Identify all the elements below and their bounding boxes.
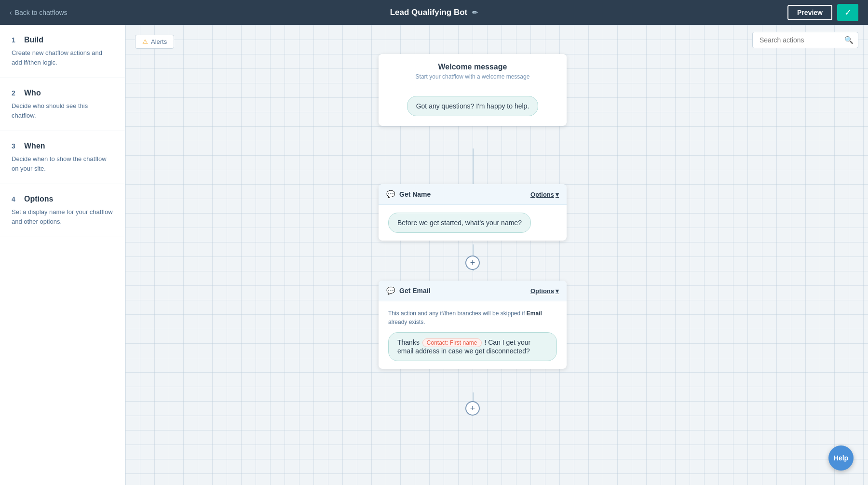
step-desc-who: Decide who should see this chatflow. bbox=[12, 101, 113, 120]
step-number-1: 1 bbox=[12, 36, 19, 44]
step-desc-build: Create new chatflow actions and add if/t… bbox=[12, 48, 113, 67]
connector-1 bbox=[473, 148, 474, 184]
welcome-node-header: Welcome message Start your chatflow with… bbox=[379, 54, 567, 87]
page-title-area: Lead Qualifying Bot ✏ bbox=[390, 8, 478, 17]
dropdown-icon: ▾ bbox=[556, 191, 559, 198]
get-name-message-bubble[interactable]: Before we get started, what's your name? bbox=[388, 213, 531, 233]
get-email-message-bubble[interactable]: Thanks Contact: First name ! Can I get y… bbox=[388, 332, 557, 361]
back-label: Back to chatflows bbox=[15, 9, 68, 16]
sidebar-item-build[interactable]: 1 Build Create new chatflow actions and … bbox=[0, 25, 125, 78]
back-to-chatflows-link[interactable]: ‹ Back to chatflows bbox=[10, 9, 68, 16]
welcome-title: Welcome message bbox=[388, 63, 557, 71]
get-email-header: 💬 Get Email Options ▾ bbox=[379, 281, 567, 301]
get-email-options-button[interactable]: Options ▾ bbox=[530, 287, 559, 295]
get-name-left: 💬 Get Name bbox=[386, 190, 431, 199]
welcome-message-node: Welcome message Start your chatflow with… bbox=[379, 54, 567, 126]
step-number-3: 3 bbox=[12, 142, 19, 150]
sidebar-item-options[interactable]: 4 Options Set a display name for your ch… bbox=[0, 184, 125, 237]
step-desc-options: Set a display name for your chatflow and… bbox=[12, 207, 113, 226]
preview-button[interactable]: Preview bbox=[787, 5, 832, 20]
alerts-label: Alerts bbox=[151, 38, 167, 45]
get-name-icon: 💬 bbox=[386, 190, 395, 199]
welcome-message-bubble[interactable]: Got any questions? I'm happy to help. bbox=[407, 96, 539, 116]
warning-icon: ⚠ bbox=[142, 38, 148, 45]
step-number-2: 2 bbox=[12, 89, 19, 97]
step-number-4: 4 bbox=[12, 195, 19, 203]
get-name-title: Get Name bbox=[399, 190, 431, 198]
welcome-node-body: Got any questions? I'm happy to help. bbox=[379, 87, 567, 126]
get-name-body: Before we get started, what's your name? bbox=[379, 205, 567, 241]
main-layout: 1 Build Create new chatflow actions and … bbox=[0, 25, 868, 485]
sidebar-item-when[interactable]: 3 When Decide when to show the chatflow … bbox=[0, 131, 125, 184]
step-title-build: Build bbox=[24, 36, 43, 44]
step-title-who: Who bbox=[24, 89, 41, 97]
get-email-note: This action and any if/then branches wil… bbox=[388, 309, 557, 326]
get-email-left: 💬 Get Email bbox=[386, 286, 431, 295]
dropdown-icon-2: ▾ bbox=[556, 287, 559, 295]
get-email-title: Get Email bbox=[399, 287, 431, 295]
step-title-options: Options bbox=[24, 195, 53, 203]
search-actions-input[interactable] bbox=[752, 32, 858, 48]
page-title: Lead Qualifying Bot bbox=[390, 8, 468, 17]
chevron-left-icon: ‹ bbox=[10, 9, 12, 16]
contact-first-name-tag[interactable]: Contact: First name bbox=[422, 338, 482, 347]
get-name-header: 💬 Get Name Options ▾ bbox=[379, 184, 567, 205]
step-title-when: When bbox=[24, 142, 45, 150]
sidebar: 1 Build Create new chatflow actions and … bbox=[0, 25, 125, 485]
edit-title-icon[interactable]: ✏ bbox=[472, 9, 478, 16]
search-icon-button[interactable]: 🔍 bbox=[844, 36, 854, 44]
add-node-button-1[interactable]: + bbox=[465, 256, 480, 270]
add-node-button-2[interactable]: + bbox=[465, 401, 480, 416]
top-nav: ‹ Back to chatflows Lead Qualifying Bot … bbox=[0, 0, 868, 25]
alerts-button[interactable]: ⚠ Alerts bbox=[135, 35, 174, 49]
flow-canvas: Welcome message Start your chatflow with… bbox=[125, 25, 868, 485]
help-button[interactable]: Help bbox=[828, 445, 854, 471]
nav-right-actions: Preview ✓ bbox=[787, 4, 858, 21]
get-name-options-button[interactable]: Options ▾ bbox=[530, 191, 559, 198]
get-email-node: 💬 Get Email Options ▾ This action and an… bbox=[379, 281, 567, 369]
sidebar-item-who[interactable]: 2 Who Decide who should see this chatflo… bbox=[0, 78, 125, 131]
search-icon: 🔍 bbox=[844, 36, 854, 44]
get-name-node: 💬 Get Name Options ▾ Before we get start… bbox=[379, 184, 567, 241]
welcome-subtitle: Start your chatflow with a welcome messa… bbox=[388, 73, 557, 80]
search-actions-container: 🔍 bbox=[752, 32, 858, 48]
get-email-body: This action and any if/then branches wil… bbox=[379, 301, 567, 369]
get-email-icon: 💬 bbox=[386, 286, 395, 295]
check-icon: ✓ bbox=[844, 7, 852, 18]
canvas-area: ⚠ Alerts 🔍 Welcome message Start your ch… bbox=[125, 25, 868, 485]
save-button[interactable]: ✓ bbox=[837, 4, 858, 21]
step-desc-when: Decide when to show the chatflow on your… bbox=[12, 154, 113, 173]
